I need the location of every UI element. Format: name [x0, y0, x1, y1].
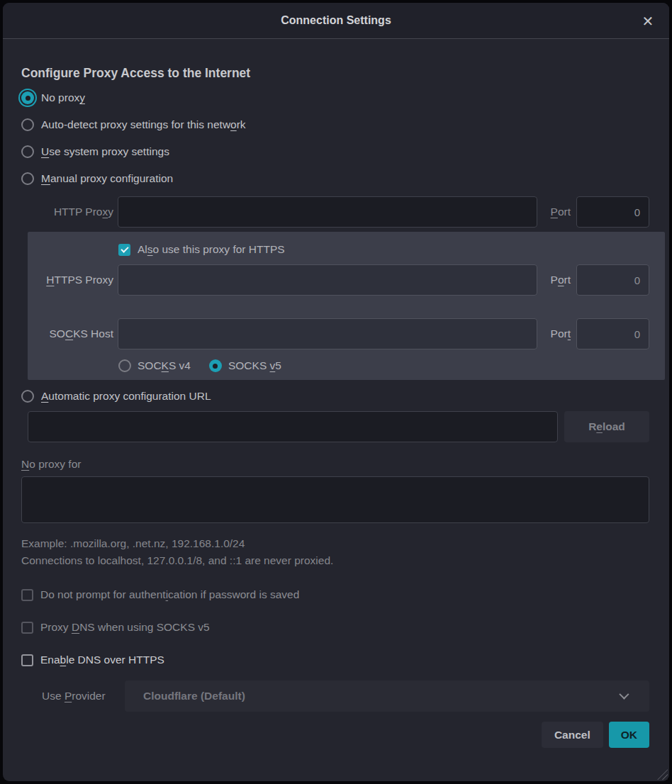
provider-select: Cloudflare (Default)	[125, 681, 649, 712]
socks-port-input	[576, 318, 649, 349]
ok-button[interactable]: OK	[609, 722, 649, 748]
radio-icon-manual[interactable]	[21, 172, 34, 185]
radio-label-autodetect: Auto-detect proxy settings for this netw…	[41, 118, 246, 131]
radio-icon-auto-config[interactable]	[21, 390, 34, 403]
page-title: Configure Proxy Access to the Internet	[21, 66, 649, 81]
doh-provider-row: Use Provider Cloudflare (Default)	[21, 681, 649, 712]
radio-no-proxy[interactable]: No proxy	[21, 84, 649, 111]
radio-manual-proxy[interactable]: Manual proxy configuration	[21, 165, 649, 192]
connection-settings-dialog: Connection Settings ✕ Configure Proxy Ac…	[3, 3, 669, 781]
no-proxy-for-textarea	[21, 476, 649, 523]
no-prompt-auth-label: Do not prompt for authentication if pass…	[40, 588, 299, 601]
checkbox-proxy-dns-socks5: Proxy DNS when using SOCKS v5	[21, 619, 649, 636]
radio-label-socks-v5: SOCKS v5	[228, 359, 281, 372]
socks-host-row: SOCKS Host Port	[28, 318, 649, 349]
enable-doh-checkbox[interactable]	[21, 654, 33, 666]
https-proxy-row: HTTPS Proxy Port	[28, 264, 649, 296]
https-proxy-input	[118, 264, 537, 296]
socks-host-label: SOCKS Host	[28, 327, 118, 340]
radio-icon-no-proxy[interactable]	[21, 91, 34, 104]
auto-config-url-row: Reload	[21, 411, 649, 442]
radio-icon-socks-v4	[118, 359, 131, 372]
also-https-label: Also use this proxy for HTTPS	[138, 243, 285, 256]
radio-icon-system[interactable]	[21, 145, 34, 158]
dialog-titlebar: Connection Settings ✕	[3, 3, 669, 39]
proxy-dns-socks5-label: Proxy DNS when using SOCKS v5	[40, 621, 210, 634]
radio-label-socks-v4: SOCKS v4	[138, 359, 191, 372]
no-prompt-auth-checkbox	[21, 589, 33, 601]
http-proxy-row: HTTP Proxy Port	[21, 196, 649, 228]
https-port-label: Port	[542, 274, 571, 286]
radio-icon-socks-v5	[209, 359, 222, 372]
socks-port-label: Port	[542, 327, 571, 340]
checkbox-enable-doh[interactable]: Enable DNS over HTTPS	[21, 651, 649, 668]
enable-doh-label: Enable DNS over HTTPS	[40, 654, 164, 666]
radio-autodetect-proxy[interactable]: Auto-detect proxy settings for this netw…	[21, 111, 649, 138]
dialog-footer: Cancel OK	[21, 722, 649, 748]
radio-label-manual: Manual proxy configuration	[41, 172, 173, 185]
radio-socks-v5: SOCKS v5	[209, 359, 281, 372]
radio-system-proxy[interactable]: Use system proxy settings	[21, 138, 649, 165]
https-proxy-label: HTTPS Proxy	[28, 274, 118, 286]
auto-config-url-input	[28, 411, 558, 442]
cancel-button[interactable]: Cancel	[542, 722, 603, 748]
socks-host-input	[118, 318, 537, 349]
no-proxy-for-label: No proxy for	[21, 458, 649, 471]
also-https-row: Also use this proxy for HTTPS	[28, 239, 649, 260]
radio-icon-autodetect[interactable]	[21, 118, 34, 131]
radio-label-auto-config: Automatic proxy configuration URL	[41, 390, 211, 403]
dialog-title: Connection Settings	[281, 14, 391, 27]
http-port-label: Port	[542, 206, 571, 218]
close-icon[interactable]: ✕	[638, 11, 658, 31]
http-proxy-input	[118, 196, 537, 228]
provider-selected-value: Cloudflare (Default)	[143, 690, 245, 702]
no-proxy-example-text: Example: .mozilla.org, .net.nz, 192.168.…	[21, 537, 649, 550]
chevron-down-icon	[619, 690, 629, 700]
radio-socks-v4: SOCKS v4	[118, 359, 191, 372]
radio-label-no-proxy: No proxy	[41, 91, 85, 104]
no-proxy-note-text: Connections to localhost, 127.0.0.1/8, a…	[21, 554, 649, 567]
manual-proxy-panel: Also use this proxy for HTTPS HTTPS Prox…	[28, 232, 665, 380]
http-proxy-label: HTTP Proxy	[21, 206, 118, 218]
http-port-input	[576, 196, 649, 228]
radio-auto-config-url[interactable]: Automatic proxy configuration URL	[21, 384, 649, 408]
also-https-checkbox	[118, 244, 130, 256]
radio-label-system: Use system proxy settings	[41, 145, 169, 158]
reload-button: Reload	[564, 411, 649, 442]
dialog-content: Configure Proxy Access to the Internet N…	[3, 39, 669, 781]
socks-version-row: SOCKS v4 SOCKS v5	[28, 356, 649, 376]
https-port-input	[576, 264, 649, 296]
checkbox-no-prompt-auth: Do not prompt for authentication if pass…	[21, 586, 649, 603]
proxy-dns-socks5-checkbox	[21, 622, 33, 634]
use-provider-label: Use Provider	[42, 690, 125, 702]
